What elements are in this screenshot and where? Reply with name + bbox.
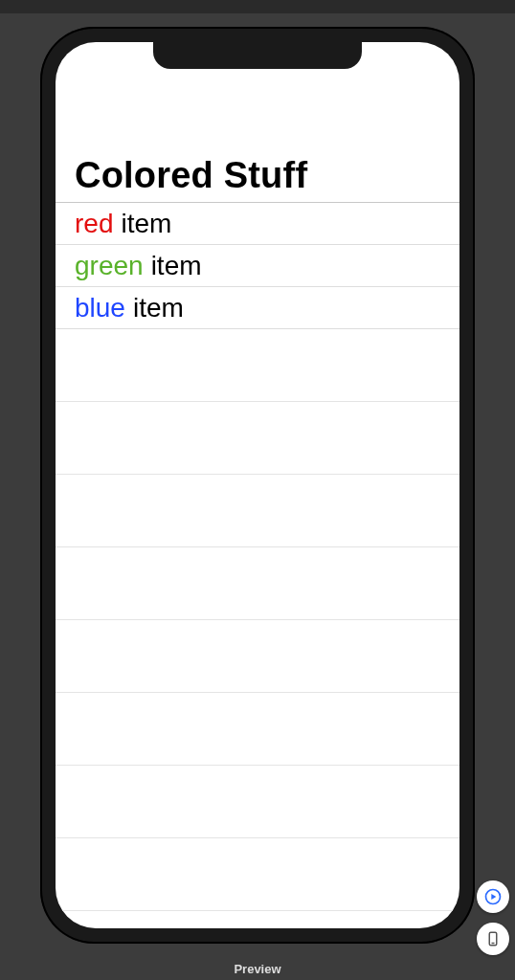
device-screen: Colored Stuff reditemgreenitemblueitem <box>56 42 459 928</box>
list-item[interactable]: greenitem <box>56 245 459 287</box>
empty-list-row <box>56 475 459 547</box>
empty-list-row <box>56 766 459 838</box>
empty-list-row <box>56 911 459 928</box>
preview-controls <box>477 880 509 955</box>
page-title: Colored Stuff <box>56 155 459 202</box>
play-preview-button[interactable] <box>477 880 509 913</box>
item-list: reditemgreenitemblueitem <box>56 202 459 928</box>
preview-canvas: Colored Stuff reditemgreenitemblueitem <box>0 13 515 967</box>
empty-list-row <box>56 693 459 766</box>
app-content: Colored Stuff reditemgreenitemblueitem <box>56 42 459 928</box>
item-label: item <box>121 211 171 237</box>
empty-list-row <box>56 620 459 693</box>
list-item[interactable]: reditem <box>56 203 459 245</box>
empty-list-row <box>56 838 459 911</box>
editor-topbar <box>0 0 515 13</box>
item-color-name: red <box>75 211 113 237</box>
device-icon <box>484 930 502 947</box>
item-color-name: blue <box>75 295 125 322</box>
list-item[interactable]: blueitem <box>56 287 459 329</box>
item-label: item <box>151 253 202 279</box>
item-label: item <box>133 295 184 322</box>
device-notch <box>153 42 362 69</box>
device-settings-button[interactable] <box>477 923 509 955</box>
preview-label: Preview <box>234 962 280 976</box>
play-icon <box>483 887 503 906</box>
empty-list-row <box>56 402 459 475</box>
empty-list-row <box>56 547 459 620</box>
device-frame: Colored Stuff reditemgreenitemblueitem <box>40 27 475 944</box>
item-color-name: green <box>75 253 144 279</box>
empty-list-row <box>56 329 459 402</box>
